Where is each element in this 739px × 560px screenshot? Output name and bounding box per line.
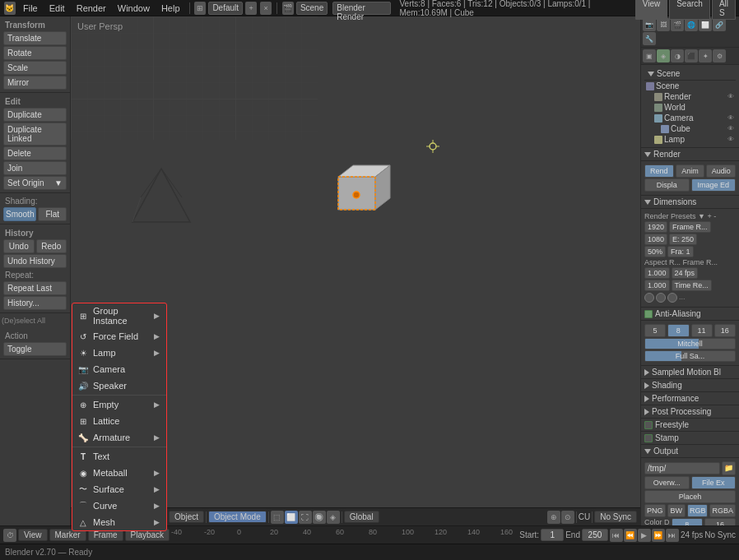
aa-16[interactable]: 16 xyxy=(714,324,736,337)
fps-val[interactable]: 24 fps xyxy=(672,267,699,279)
render-section-toggle[interactable]: Render xyxy=(641,148,739,161)
undo-btn[interactable]: Undo xyxy=(3,239,35,253)
view-tab[interactable]: View xyxy=(635,0,668,20)
output-path-input[interactable] xyxy=(644,462,720,474)
render-engine-selector[interactable]: Blender Render xyxy=(332,2,391,15)
rgb-btn[interactable]: RGB xyxy=(687,504,709,517)
rpanel-texture-icon[interactable]: ⬛ xyxy=(685,49,698,62)
vp-icon-5[interactable]: ◈ xyxy=(327,511,340,524)
smooth-btn[interactable]: Smooth xyxy=(3,207,36,221)
scale-btn[interactable]: Scale xyxy=(3,61,67,75)
ctx-surface[interactable]: 〜 Surface ▶ xyxy=(72,481,166,498)
file-ex-btn[interactable]: File Ex xyxy=(691,476,737,489)
scene-tree-item-cube[interactable]: Cube 👁 xyxy=(644,123,736,134)
scene-tree-item-world[interactable]: World xyxy=(644,102,736,113)
ctx-curve[interactable]: ⌒ Curve ▶ xyxy=(72,498,166,514)
menu-file[interactable]: File xyxy=(18,2,43,15)
rpanel-scene-icon[interactable]: 🎬 xyxy=(671,18,684,31)
play-icon[interactable]: ▶ xyxy=(638,529,651,542)
toggle-btn[interactable]: Toggle xyxy=(3,342,67,356)
rpanel-particle-icon[interactable]: ✦ xyxy=(699,49,712,62)
stamp-check[interactable] xyxy=(644,434,653,442)
duplicate-btn[interactable]: Duplicate xyxy=(3,108,67,122)
aspect-y[interactable]: 1.000 xyxy=(644,280,670,291)
e250[interactable]: E: 250 xyxy=(669,234,697,245)
vp-icon-4[interactable]: 🔘 xyxy=(313,511,326,524)
aa-filter-slider[interactable]: Mitchell xyxy=(644,338,736,349)
percent[interactable]: 50% xyxy=(644,246,666,257)
scene-tree-toggle[interactable]: Scene xyxy=(644,67,736,81)
layout-selector[interactable]: Default xyxy=(208,2,243,15)
rpanel-active-icon[interactable]: ◈ xyxy=(657,49,670,62)
proportional-icon[interactable]: ⊙ xyxy=(561,511,574,524)
redo-btn[interactable]: Redo xyxy=(36,239,67,253)
ctx-speaker[interactable]: 🔊 Speaker xyxy=(72,377,166,394)
aspect-x[interactable]: 1.000 xyxy=(644,267,670,279)
jump-start-icon[interactable]: ⏮ xyxy=(610,529,623,542)
aa-section-toggle[interactable]: Anti-Aliasing xyxy=(641,308,739,321)
ctx-camera[interactable]: 📷 Camera xyxy=(72,361,166,377)
aa-5[interactable]: 5 xyxy=(644,324,666,337)
start-val[interactable]: 1 xyxy=(541,529,564,541)
shading-collapse-toggle[interactable]: Shading xyxy=(641,379,739,392)
res-y[interactable]: 1080 xyxy=(644,234,667,245)
add-layout-icon[interactable]: + xyxy=(245,2,257,15)
flat-btn[interactable]: Flat xyxy=(38,207,67,221)
ctx-metaball[interactable]: ◉ Metaball ▶ xyxy=(72,465,166,481)
output-browse-btn[interactable]: 📁 xyxy=(722,461,736,475)
blender-logo-icon[interactable]: 🐱 xyxy=(4,2,16,15)
dimensions-section-toggle[interactable]: Dimensions xyxy=(641,196,739,209)
color-dot-3[interactable] xyxy=(667,293,677,303)
history-btn[interactable]: History... xyxy=(3,296,67,310)
remove-layout-icon[interactable]: × xyxy=(260,2,272,15)
snap-icon[interactable]: ⊕ xyxy=(547,511,560,524)
menu-render[interactable]: Render xyxy=(72,2,111,15)
join-btn[interactable]: Join xyxy=(3,161,67,175)
repeat-last-btn[interactable]: Repeat Last xyxy=(3,281,67,295)
object-vp-btn[interactable]: Object xyxy=(169,511,204,523)
rpanel-material-icon[interactable]: ◑ xyxy=(671,49,684,62)
rpanel-object-icon[interactable]: ⬜ xyxy=(699,18,712,31)
res-x[interactable]: 1920 xyxy=(644,221,667,233)
ctx-mesh[interactable]: △ Mesh ▶ xyxy=(72,514,166,530)
freestyle-check[interactable] xyxy=(644,421,653,429)
rpanel-modifier-icon[interactable]: 🔧 xyxy=(643,32,656,45)
color-16-btn[interactable]: 16 xyxy=(704,518,736,525)
placeh-btn[interactable]: Placeh xyxy=(644,490,736,503)
jump-end-icon[interactable]: ⏭ xyxy=(666,529,679,542)
overwrite-btn[interactable]: Overw... xyxy=(644,476,690,489)
duplicate-linked-btn[interactable]: Duplicate Linked xyxy=(3,123,67,146)
scene-tree-item-render[interactable]: Render 👁 xyxy=(644,91,736,102)
ctx-force-field[interactable]: ↺ Force Field ▶ xyxy=(72,328,166,345)
view-tl-btn[interactable]: View xyxy=(18,529,48,541)
png-btn[interactable]: PNG xyxy=(644,504,666,517)
timeline-icon[interactable]: ⏱ xyxy=(3,529,16,542)
color-dot-1[interactable] xyxy=(644,293,654,303)
translate-btn[interactable]: Translate xyxy=(3,31,67,45)
vp-icon-1[interactable]: ⬚ xyxy=(271,511,284,524)
aa-checkbox[interactable] xyxy=(644,310,653,318)
mode-select[interactable]: Object Mode xyxy=(208,511,267,523)
image-ed-btn[interactable]: Image Ed xyxy=(691,178,737,192)
delete-btn[interactable]: Delete xyxy=(3,146,67,160)
vp-icon-2[interactable]: ⬜ xyxy=(285,511,298,524)
scene-selector[interactable]: Scene xyxy=(296,2,328,15)
menu-window[interactable]: Window xyxy=(113,2,155,15)
rpanel-constraint-icon[interactable]: 🔗 xyxy=(713,18,726,31)
no-sync-btn[interactable]: No Sync xyxy=(594,511,637,523)
ctx-group-instance[interactable]: ⊞ Group Instance ▶ xyxy=(72,303,166,328)
ctx-text[interactable]: T Text xyxy=(72,448,166,465)
ctx-lattice[interactable]: ⊞ Lattice xyxy=(72,413,166,429)
full-sa-slider[interactable]: Full Sa... xyxy=(644,350,736,362)
scene-tree-item-scene[interactable]: Scene xyxy=(644,81,736,91)
set-origin-btn[interactable]: Set Origin ▼ xyxy=(3,176,67,190)
scene-tree-item-camera[interactable]: Camera 👁 xyxy=(644,113,736,123)
rpanel-world-icon[interactable]: 🌐 xyxy=(685,18,698,31)
search-tab[interactable]: Search xyxy=(669,0,710,20)
rpanel-render-icon[interactable]: 🖼 xyxy=(657,18,670,31)
rend-tab[interactable]: Rend xyxy=(644,164,674,178)
freestyle-toggle[interactable]: Freestyle xyxy=(641,419,739,432)
color-8-btn[interactable]: 8 xyxy=(672,518,703,525)
menu-edit[interactable]: Edit xyxy=(44,2,70,15)
rgba-btn[interactable]: RGBA xyxy=(709,504,736,517)
